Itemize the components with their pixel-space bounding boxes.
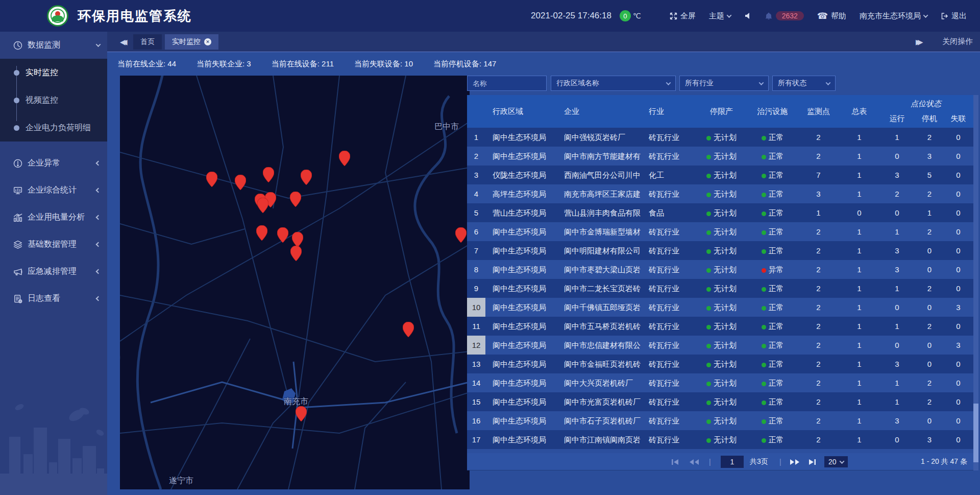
- table-row[interactable]: 13阆中生态环境局阆中市金福旺页岩机砖砖瓦行业无计划正常21300: [467, 355, 973, 373]
- table-row[interactable]: 4高坪生态环境局南充市高坪区王家店建砖瓦行业无计划正常31220: [467, 184, 973, 203]
- status-dot-icon: [762, 268, 766, 273]
- page-number-input[interactable]: [721, 456, 744, 468]
- composite-stats-icon: [13, 186, 22, 195]
- tab-首页[interactable]: 首页: [133, 34, 162, 50]
- map-marker-icon[interactable]: [290, 246, 302, 261]
- status-dot-icon: [706, 230, 711, 235]
- fullscreen-button[interactable]: 全屏: [670, 11, 696, 21]
- status-dot-icon: [706, 363, 711, 367]
- city-label-巴中市: 巴中市: [434, 122, 459, 132]
- sidebar-subitem-实时监控[interactable]: 实时监控: [0, 59, 107, 86]
- column-header[interactable]: 总表: [840, 95, 878, 128]
- column-header[interactable]: 失联: [943, 112, 973, 128]
- industry-filter-select[interactable]: 所有行业: [679, 76, 769, 91]
- table-row[interactable]: 10阆中生态环境局阆中千佛镇五郎垭页岩砖瓦行业无计划正常21003: [467, 298, 973, 317]
- table-row[interactable]: 3仪陇生态环境局西南油气田分公司川中化工无计划正常71350: [467, 166, 973, 184]
- map-marker-icon[interactable]: [455, 227, 467, 243]
- close-operations-button[interactable]: 关闭操作: [942, 37, 973, 46]
- first-page-button[interactable]: [671, 453, 679, 470]
- sidebar-item-4[interactable]: 基础数据管理: [0, 231, 107, 258]
- tabs-scroll-right-button[interactable]: ▶▶: [916, 38, 929, 46]
- column-header[interactable]: 行政区域: [485, 95, 557, 128]
- tab-实时监控[interactable]: 实时监控✕: [165, 34, 218, 50]
- notifications[interactable]: 2632: [765, 11, 804, 20]
- region-filter-select[interactable]: 行政区域名称: [551, 76, 676, 91]
- emergency-reduction-icon: [13, 267, 22, 276]
- sidebar-item-2[interactable]: 企业综合统计: [0, 177, 107, 204]
- map-marker-icon[interactable]: [339, 151, 350, 166]
- map-marker-icon[interactable]: [403, 322, 414, 337]
- map-marker-icon[interactable]: [292, 232, 303, 247]
- map-marker-icon[interactable]: [235, 175, 246, 190]
- logout-button[interactable]: 退出: [941, 11, 967, 21]
- page-size-select[interactable]: 20: [824, 456, 848, 467]
- chevron-left-icon: [96, 296, 101, 301]
- chevron-left-icon: [96, 188, 101, 193]
- map-marker-icon[interactable]: [263, 167, 274, 182]
- table-row[interactable]: 16阆中生态环境局阆中市石子页岩机砖厂砖瓦行业无计划正常21300: [467, 411, 973, 430]
- table-scrollbar[interactable]: [973, 95, 978, 470]
- enterprise-alert-icon: [13, 159, 22, 168]
- table-header: 行政区域企业行业停限产治污设施监测点总表点位状态运行停机失联: [467, 95, 973, 128]
- column-header[interactable]: 企业: [557, 95, 647, 128]
- sidebar-item-0[interactable]: 数据监测: [0, 32, 107, 59]
- table-row[interactable]: 8阆中生态环境局阆中市枣碧大梁山页岩砖瓦行业无计划异常21300: [467, 260, 973, 279]
- sidebar-item-5[interactable]: 应急减排管理: [0, 258, 107, 285]
- column-header[interactable]: 停机: [916, 112, 943, 128]
- map-marker-icon[interactable]: [296, 406, 307, 421]
- status-dot-icon: [706, 268, 711, 273]
- prev-page-button[interactable]: [689, 453, 699, 470]
- map-marker-icon[interactable]: [257, 198, 268, 213]
- column-header[interactable]: 运行: [878, 112, 916, 128]
- column-group-header: 点位状态: [878, 98, 973, 109]
- table-row[interactable]: 6阆中生态环境局阆中市金博瑞新型墙材砖瓦行业无计划正常21120: [467, 222, 973, 241]
- table-row[interactable]: 9阆中生态环境局阆中市二龙长宝页岩砖砖瓦行业无计划正常21120: [467, 279, 973, 298]
- map-marker-icon[interactable]: [277, 227, 288, 243]
- status-dot-icon: [762, 344, 766, 348]
- column-header[interactable]: 治污设施: [748, 95, 797, 128]
- table-row[interactable]: 18南部生态环境局南部县砌华水泥有限公建材加工无计划正常21030: [467, 449, 973, 453]
- status-dot-icon: [706, 155, 711, 159]
- table-row[interactable]: 5营山生态环境局营山县润丰肉食品有限食品无计划正常10010: [467, 203, 973, 222]
- column-header[interactable]: 监测点: [797, 95, 840, 128]
- tabs-scroll-left-button[interactable]: ◀◀: [120, 38, 133, 46]
- status-dot-icon: [762, 211, 766, 216]
- table-row[interactable]: 1阆中生态环境局阆中强锐页岩砖厂砖瓦行业无计划正常21120: [467, 128, 973, 147]
- sidebar-subitem-视频监控[interactable]: 视频监控: [0, 86, 107, 114]
- scrollbar-thumb[interactable]: [973, 404, 978, 462]
- map-marker-icon[interactable]: [290, 192, 301, 207]
- sidebar-subitem-企业电力负荷明细[interactable]: 企业电力负荷明细: [0, 114, 107, 142]
- tab-close-icon[interactable]: ✕: [204, 38, 211, 45]
- table-row[interactable]: 15阆中生态环境局阆中市光富页岩机砖厂砖瓦行业无计划正常21120: [467, 392, 973, 411]
- table-row[interactable]: 17阆中生态环境局阆中市江南镇阆南页岩砖瓦行业无计划正常21030: [467, 430, 973, 449]
- map-marker-icon[interactable]: [256, 225, 267, 241]
- table-row[interactable]: 11阆中生态环境局阆中市五马桥页岩机砖砖瓦行业无计划正常21120: [467, 317, 973, 336]
- sidebar-item-3[interactable]: 企业用电量分析: [0, 204, 107, 231]
- help-button[interactable]: ☎ 帮助: [817, 11, 846, 21]
- sidebar-item-6[interactable]: 日志查看: [0, 285, 107, 312]
- sound-toggle[interactable]: [744, 12, 751, 19]
- sidebar-item-1[interactable]: 企业异常: [0, 150, 107, 177]
- table-row[interactable]: 2阆中生态环境局阆中市南方节能建材有砖瓦行业无计划正常21030: [467, 147, 973, 166]
- city-label-遂宁市: 遂宁市: [169, 476, 193, 486]
- map-panel[interactable]: 巴中市南充市遂宁市 ◀: [120, 76, 470, 489]
- status-dot-icon: [706, 136, 711, 140]
- status-dot-icon: [706, 287, 711, 292]
- theme-dropdown[interactable]: 主题: [709, 11, 731, 21]
- next-page-button[interactable]: [790, 453, 800, 470]
- organization-dropdown[interactable]: 南充市生态环境局: [860, 11, 927, 21]
- name-filter-input[interactable]: [467, 76, 547, 91]
- table-row[interactable]: 14阆中生态环境局阆中大兴页岩机砖厂砖瓦行业无计划正常21120: [467, 373, 973, 392]
- last-page-button[interactable]: [808, 453, 816, 470]
- chevron-down-icon: [666, 80, 671, 85]
- map-marker-icon[interactable]: [301, 170, 312, 185]
- map-marker-icon[interactable]: [206, 172, 217, 187]
- column-header[interactable]: 行业: [647, 95, 695, 128]
- status-filter-select[interactable]: 所有状态: [772, 76, 836, 91]
- temperature-badge: 0: [620, 10, 631, 21]
- column-header[interactable]: 停限产: [695, 95, 748, 128]
- table-row[interactable]: 12阆中生态环境局阆中市忠信建材有限公砖瓦行业无计划正常21003: [467, 336, 973, 355]
- name-input[interactable]: [473, 79, 541, 87]
- bullet-dot-icon: [14, 125, 19, 131]
- table-row[interactable]: 7阆中生态环境局阆中明阳建材有限公司砖瓦行业无计划正常21300: [467, 241, 973, 260]
